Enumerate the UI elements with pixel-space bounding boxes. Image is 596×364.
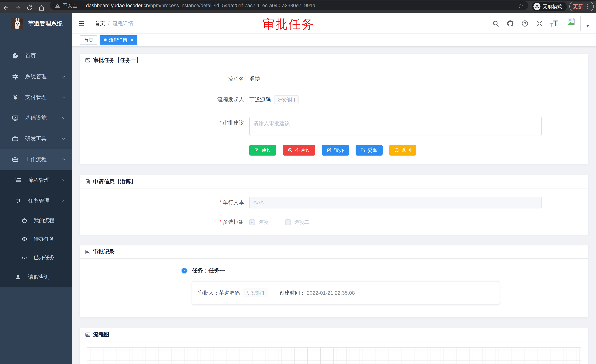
sidebar-item-label: 基础设施: [25, 114, 47, 122]
header-actions: TT ▼: [492, 13, 590, 34]
approve-button[interactable]: 通过: [249, 145, 276, 156]
sidebar-item-infra[interactable]: 基础设施: [0, 108, 72, 128]
card-title: 审批任务【任务一】: [93, 57, 142, 64]
field-label: 流程发起人: [80, 96, 249, 103]
security-label: 不安全: [63, 2, 78, 9]
card-title: 申请信息【滔博】: [93, 178, 136, 185]
sidebar: 芋道管理系统 首页 系统管理 ¥ 支付管理: [0, 13, 72, 364]
form-row-text: *单行文本: [80, 197, 589, 208]
sidebar-collapse-icon[interactable]: [78, 20, 86, 27]
tags-view: 首页 流程详情 ×: [72, 34, 596, 46]
bookmark-star-icon[interactable]: ☆: [518, 2, 524, 9]
browser-menu-icon[interactable]: ⋮: [585, 4, 590, 9]
application-info-card: 申请信息【滔博】 *单行文本 *多选框组: [80, 175, 589, 235]
card-title: 流程图: [93, 331, 109, 338]
app-title: 芋道管理系统: [28, 20, 63, 27]
sidebar-item-label: 流程管理: [28, 176, 50, 184]
omnibox-divider: [82, 3, 82, 8]
avatar-caret-icon[interactable]: ▼: [586, 24, 590, 29]
url-path: /bpm/process-instance/detail?id=54aa251f…: [149, 3, 315, 8]
close-icon[interactable]: ×: [131, 37, 133, 43]
dept-tag: 研发部门: [274, 95, 298, 104]
card-header: 审批记录: [80, 245, 589, 259]
checkbox-checked-icon: [249, 219, 255, 225]
clock-icon: [181, 268, 187, 274]
fullscreen-icon[interactable]: [536, 20, 543, 27]
transfer-button[interactable]: 转办: [322, 145, 349, 156]
sidebar-item-done-task[interactable]: 已办任务: [0, 248, 72, 267]
home-button[interactable]: [36, 4, 47, 12]
delegate-button[interactable]: 委派: [356, 145, 383, 156]
sidebar-item-system[interactable]: 系统管理: [0, 66, 72, 87]
breadcrumb-home[interactable]: 首页: [95, 20, 105, 27]
active-dot: [104, 38, 107, 41]
single-line-text-input: [249, 197, 542, 208]
return-button[interactable]: 退回: [389, 145, 416, 156]
suggestion-textarea[interactable]: [249, 117, 542, 136]
dashboard-icon: [11, 52, 19, 59]
help-icon[interactable]: [522, 20, 529, 27]
checkbox-label: 选项二: [294, 219, 309, 226]
security-chip[interactable]: 不安全: [55, 2, 78, 9]
field-label: *审批建议: [80, 117, 249, 127]
refresh-button[interactable]: [24, 4, 36, 12]
sidebar-item-workflow[interactable]: 工作流程: [0, 149, 72, 170]
form-row-initiator: 流程发起人 芋道源码 研发部门: [80, 95, 589, 104]
toolbox-icon: [11, 156, 19, 163]
search-icon[interactable]: [492, 20, 499, 27]
workflow-route-icon: [15, 198, 22, 204]
forward-button[interactable]: [12, 4, 24, 12]
incognito-icon: [533, 3, 540, 10]
annotation-title: 审批任务: [262, 16, 314, 33]
sidebar-item-task-mgmt[interactable]: 任务管理: [0, 190, 72, 211]
bpmn-canvas[interactable]: [87, 347, 581, 364]
chevron-down-icon: [61, 95, 66, 100]
app-logo-row[interactable]: 芋道管理系统: [0, 13, 72, 34]
chevron-down-icon: [61, 116, 66, 120]
tag-process-detail[interactable]: 流程详情 ×: [100, 35, 137, 44]
reject-button[interactable]: 不通过: [283, 145, 315, 156]
toolbox-icon: [11, 135, 19, 142]
picture-icon: [85, 249, 90, 255]
sidebar-item-home[interactable]: 首页: [0, 45, 72, 66]
face-icon: [21, 218, 28, 223]
github-icon[interactable]: [507, 20, 514, 27]
yen-icon: ¥: [11, 94, 19, 101]
sidebar-item-devtools[interactable]: 研发工具: [0, 128, 72, 149]
required-asterisk: *: [220, 199, 222, 205]
eye-closed-icon: [21, 255, 28, 260]
sidebar-item-label: 工作流程: [25, 156, 47, 163]
field-label: 流程名: [80, 75, 249, 83]
chevron-up-icon: [61, 199, 66, 203]
back-button[interactable]: [0, 4, 12, 12]
sidebar-menu: 首页 系统管理 ¥ 支付管理: [0, 45, 72, 287]
approval-task-card: 审批任务【任务一】 流程名 滔博 流程发起人 芋道源码 研发部门: [80, 54, 589, 165]
document-icon: [85, 179, 90, 184]
record-detail-box: 审批人： 芋道源码 研发部门 创建时间： 2022-01-21 22:35:08: [192, 281, 500, 305]
chevron-down-icon: [61, 178, 66, 182]
checkbox-label: 选项一: [258, 219, 273, 226]
sidebar-item-label: 研发工具: [25, 135, 47, 142]
avatar[interactable]: [566, 16, 581, 31]
url-bar[interactable]: 不安全 dashboard.yudao.iocoder.cn/bpm/proce…: [50, 1, 529, 10]
update-label: 更新: [573, 3, 583, 10]
url-domain: dashboard.yudao.iocoder.cn: [86, 3, 149, 8]
picture-icon: [85, 332, 90, 337]
sidebar-item-process-mgmt[interactable]: 流程管理: [0, 170, 72, 190]
browser-chrome: 不安全 dashboard.yudao.iocoder.cn/bpm/proce…: [0, 0, 596, 13]
breadcrumb-separator: /: [108, 21, 110, 26]
process-diagram-card: 流程图: [80, 328, 589, 364]
person-icon: [15, 274, 22, 280]
tag-home[interactable]: 首页: [80, 35, 97, 44]
dept-tag: 研发部门: [243, 289, 268, 298]
field-label: *单行文本: [80, 199, 249, 206]
field-label: *多选框组: [80, 218, 249, 226]
sidebar-item-payment[interactable]: ¥ 支付管理: [0, 87, 72, 108]
create-time-label: 创建时间：: [279, 290, 305, 297]
sidebar-item-leave-query[interactable]: 请假查询: [0, 267, 72, 287]
sidebar-item-label: 已办任务: [34, 254, 54, 261]
sidebar-item-todo-task[interactable]: 待办任务: [0, 230, 72, 248]
sidebar-item-my-process[interactable]: 我的流程: [0, 211, 72, 230]
browser-update-button[interactable]: 更新 ⋮: [569, 2, 594, 11]
font-size-icon[interactable]: TT: [550, 19, 558, 28]
